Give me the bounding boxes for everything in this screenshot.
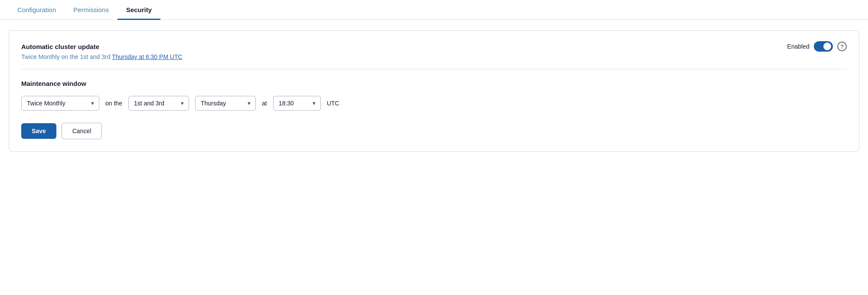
utc-text: UTC bbox=[327, 100, 339, 107]
enabled-toggle[interactable] bbox=[814, 41, 833, 52]
frequency-select[interactable]: Twice Monthly Monthly Weekly Daily bbox=[21, 96, 99, 111]
subtitle-link[interactable]: Thursday at 6:30 PM UTC bbox=[112, 53, 183, 60]
page-container: Configuration Permissions Security Autom… bbox=[0, 0, 868, 295]
cluster-update-subtitle: Twice Monthly on the 1st and 3rd Thursda… bbox=[21, 53, 847, 60]
toggle-slider bbox=[814, 41, 833, 52]
tabs-bar: Configuration Permissions Security bbox=[0, 0, 868, 20]
on-the-text: on the bbox=[105, 100, 122, 107]
subtitle-prefix: Twice Monthly on the 1st and 3rd bbox=[21, 53, 112, 60]
enabled-label: Enabled bbox=[787, 43, 809, 50]
cluster-update-title: Automatic cluster update bbox=[21, 43, 99, 50]
time-select-wrapper: 18:30 00:00 06:00 12:00 ▼ bbox=[273, 96, 321, 111]
occurrence-select-wrapper: 1st and 3rd 2nd and 4th ▼ bbox=[128, 96, 189, 111]
settings-card: Automatic cluster update Enabled ? Twice… bbox=[9, 30, 859, 152]
frequency-select-wrapper: Twice Monthly Monthly Weekly Daily ▼ bbox=[21, 96, 99, 111]
save-button[interactable]: Save bbox=[21, 123, 56, 139]
at-text: at bbox=[262, 100, 267, 107]
enabled-section: Enabled ? bbox=[787, 41, 847, 52]
time-select[interactable]: 18:30 00:00 06:00 12:00 bbox=[273, 96, 321, 111]
main-content: Automatic cluster update Enabled ? Twice… bbox=[0, 20, 868, 162]
cancel-button[interactable]: Cancel bbox=[62, 123, 102, 139]
divider bbox=[21, 69, 847, 69]
day-select-wrapper: Monday Tuesday Wednesday Thursday Friday… bbox=[195, 96, 256, 111]
button-row: Save Cancel bbox=[21, 123, 847, 139]
maintenance-window-title: Maintenance window bbox=[21, 80, 847, 87]
tab-permissions[interactable]: Permissions bbox=[65, 0, 117, 20]
day-select[interactable]: Monday Tuesday Wednesday Thursday Friday… bbox=[195, 96, 256, 111]
maintenance-row: Twice Monthly Monthly Weekly Daily ▼ on … bbox=[21, 96, 847, 111]
occurrence-select[interactable]: 1st and 3rd 2nd and 4th bbox=[128, 96, 189, 111]
cluster-update-header: Automatic cluster update Enabled ? bbox=[21, 41, 847, 52]
help-icon[interactable]: ? bbox=[837, 42, 847, 51]
tab-configuration[interactable]: Configuration bbox=[9, 0, 65, 20]
tab-security[interactable]: Security bbox=[117, 0, 160, 20]
